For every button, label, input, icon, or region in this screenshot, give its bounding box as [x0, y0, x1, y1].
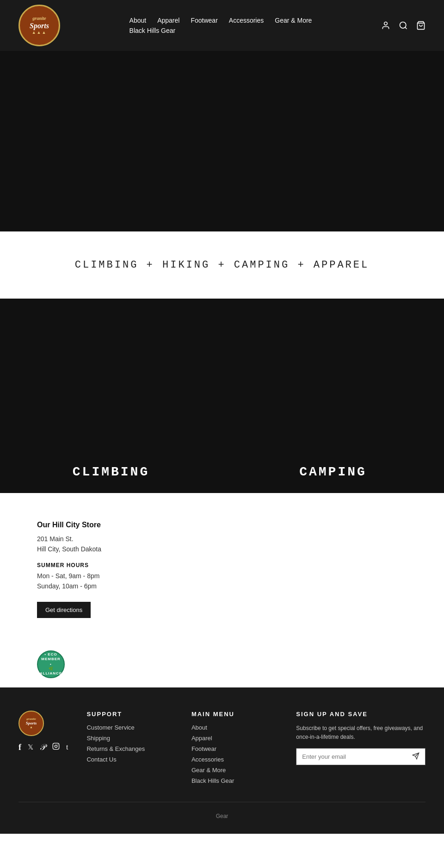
footer-signup-title: SIGN UP AND SAVE [296, 711, 426, 718]
footer-bottom: Gear [18, 802, 426, 820]
store-hours-label: SUMMER HOURS [37, 562, 407, 568]
tagline-section: CLIMBING + HIKING + CAMPING + APPAREL [0, 231, 444, 299]
email-input[interactable] [296, 749, 407, 765]
footer-social: f 𝕏 𝒫 t [18, 743, 68, 752]
nav-row-2: Black Hills Gear [130, 27, 312, 34]
svg-point-5 [57, 744, 58, 745]
svg-point-0 [384, 22, 388, 25]
nav-row-1: About Apparel Footwear Accessories Gear … [130, 17, 312, 24]
store-address-line1: 201 Main St. [37, 535, 74, 543]
footer-menu-about[interactable]: About [191, 724, 278, 731]
email-submit-button[interactable] [407, 749, 425, 765]
category-section: CLIMBING CAMPING [0, 299, 444, 493]
site-header: granite Sports ▲▲▲ About Apparel Footwea… [0, 0, 444, 51]
footer-signup-col: SIGN UP AND SAVE Subscribe to get specia… [296, 711, 426, 765]
store-hours-weekend: Sunday, 10am - 6pm [37, 582, 407, 590]
footer-support-col: SUPPORT Customer Service Shipping Return… [86, 711, 173, 767]
instagram-icon[interactable] [52, 743, 60, 752]
footer-gear-label: Gear [216, 813, 228, 819]
footer-top: graniteSports▲ f 𝕏 𝒫 t SUPPORT Custome [18, 711, 426, 788]
eco-badge: • ECO MEMBER •🌿ALLIANCE [37, 650, 65, 678]
store-section: Our Hill City Store 201 Main St. Hill Ci… [0, 493, 444, 637]
footer-menu-black-hills-gear[interactable]: Black Hills Gear [191, 777, 278, 784]
logo-area[interactable]: granite Sports ▲▲▲ [18, 5, 60, 46]
tagline-text: CLIMBING + HIKING + CAMPING + APPAREL [9, 259, 435, 271]
store-address-line2: Hill City, South Dakota [37, 545, 101, 553]
header-icons [381, 21, 426, 30]
store-name: Our Hill City Store [37, 521, 407, 529]
eco-badge-text: • ECO MEMBER •🌿ALLIANCE [40, 652, 62, 676]
footer-menu-footwear[interactable]: Footwear [191, 745, 278, 752]
footer-returns[interactable]: Returns & Exchanges [86, 745, 173, 752]
footer-menu-col: MAIN MENU About Apparel Footwear Accesso… [191, 711, 278, 788]
cart-button[interactable] [416, 21, 426, 30]
directions-button[interactable]: Get directions [37, 602, 91, 618]
nav-apparel[interactable]: Apparel [157, 17, 179, 24]
search-button[interactable] [399, 21, 408, 30]
main-nav: About Apparel Footwear Accessories Gear … [130, 17, 312, 34]
email-signup-row [296, 748, 426, 765]
facebook-icon[interactable]: f [18, 743, 21, 752]
footer-customer-service[interactable]: Customer Service [86, 724, 173, 731]
svg-point-1 [400, 22, 406, 28]
nav-about[interactable]: About [130, 17, 147, 24]
site-footer: graniteSports▲ f 𝕏 𝒫 t SUPPORT Custome [0, 687, 444, 834]
footer-menu-gear-more[interactable]: Gear & More [191, 767, 278, 774]
camping-panel[interactable]: CAMPING [222, 299, 444, 493]
nav-gear-more[interactable]: Gear & More [275, 17, 312, 24]
account-button[interactable] [381, 21, 390, 30]
footer-signup-text: Subscribe to get special offers, free gi… [296, 724, 426, 742]
footer-brand-col: graniteSports▲ f 𝕏 𝒫 t [18, 711, 68, 752]
pinterest-icon[interactable]: 𝒫 [40, 743, 46, 752]
footer-support-title: SUPPORT [86, 711, 173, 718]
eco-badge-section: • ECO MEMBER •🌿ALLIANCE [0, 637, 444, 687]
climbing-label: CLIMBING [73, 465, 149, 479]
footer-contact[interactable]: Contact Us [86, 756, 173, 763]
store-address: 201 Main St. Hill City, South Dakota [37, 534, 407, 555]
climbing-panel[interactable]: CLIMBING [0, 299, 222, 493]
site-logo[interactable]: granite Sports ▲▲▲ [18, 5, 60, 46]
nav-accessories[interactable]: Accessories [229, 17, 264, 24]
svg-point-4 [55, 745, 57, 748]
camping-label: CAMPING [299, 465, 367, 479]
twitter-icon[interactable]: 𝕏 [28, 743, 33, 751]
store-hours-weekday: Mon - Sat, 9am - 8pm [37, 572, 407, 580]
svg-rect-3 [53, 743, 59, 749]
footer-shipping[interactable]: Shipping [86, 735, 173, 742]
footer-menu-title: MAIN MENU [191, 711, 278, 718]
footer-menu-apparel[interactable]: Apparel [191, 735, 278, 742]
footer-menu-accessories[interactable]: Accessories [191, 756, 278, 763]
nav-footwear[interactable]: Footwear [191, 17, 217, 24]
nav-black-hills-gear[interactable]: Black Hills Gear [130, 27, 176, 34]
tumblr-icon[interactable]: t [66, 743, 68, 751]
footer-logo[interactable]: graniteSports▲ [18, 711, 44, 736]
hero-section [0, 51, 444, 231]
